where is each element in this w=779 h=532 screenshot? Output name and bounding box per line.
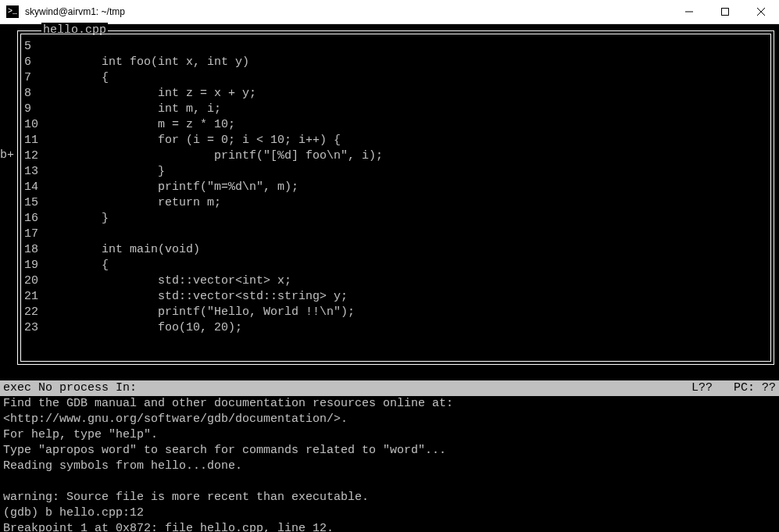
minimize-button[interactable]: [671, 0, 707, 23]
terminal-app-icon: >_: [6, 5, 19, 18]
console-line: (gdb) b hello.cpp:12: [3, 505, 776, 521]
console-line: Type "apropos word" to search for comman…: [3, 443, 776, 459]
console-line: [3, 474, 776, 490]
line-number: 19: [24, 258, 52, 273]
code-text: int m, i;: [52, 102, 221, 117]
line-number: 8: [24, 86, 52, 102]
line-number: 12: [24, 148, 52, 164]
code-line: 18 int main(void): [24, 242, 770, 258]
maximize-button[interactable]: [707, 0, 743, 23]
code-line: 13 }: [24, 164, 770, 180]
line-number: 6: [24, 55, 52, 70]
code-text: int main(void): [52, 242, 200, 258]
code-text: printf("[%d] foo\n", i);: [52, 148, 383, 164]
code-line: 5: [24, 39, 770, 55]
code-line: 10 m = z * 10;: [24, 117, 770, 133]
status-right: L?? PC: ??: [691, 380, 776, 396]
line-number: 9: [24, 102, 52, 117]
line-number: 21: [24, 289, 52, 305]
code-text: }: [52, 211, 109, 227]
source-code-view[interactable]: 56 int foo(int x, int y)7 {8 int z = x +…: [20, 34, 771, 362]
window-controls: [671, 0, 779, 23]
source-window-frame: hello.cpp 56 int foo(int x, int y)7 {8 i…: [17, 30, 774, 365]
window-titlebar: >_ skywind@airvm1: ~/tmp: [0, 0, 779, 24]
line-number: 7: [24, 70, 52, 86]
terminal-area[interactable]: b+ hello.cpp 56 int foo(int x, int y)7 {…: [0, 24, 779, 532]
console-line: Breakpoint 1 at 0x872: file hello.cpp, l…: [3, 521, 776, 532]
gdb-console[interactable]: Find the GDB manual and other documentat…: [0, 396, 779, 532]
code-line: 6 int foo(int x, int y): [24, 55, 770, 70]
code-text: for (i = 0; i < 10; i++) {: [52, 133, 341, 148]
status-left: exec No process In:: [3, 380, 691, 396]
code-line: 9 int m, i;: [24, 102, 770, 117]
code-line: 22 printf("Hello, World !!\n");: [24, 305, 770, 320]
code-line: 20 std::vector<int> x;: [24, 273, 770, 289]
code-text: foo(10, 20);: [52, 320, 242, 336]
line-number: 18: [24, 242, 52, 258]
line-number: 20: [24, 273, 52, 289]
breakpoint-marker: b+: [0, 148, 14, 163]
code-text: int z = x + y;: [52, 86, 256, 102]
line-number: 13: [24, 164, 52, 180]
code-text: printf("Hello, World !!\n");: [52, 305, 355, 320]
code-text: {: [52, 258, 109, 273]
line-number: 16: [24, 211, 52, 227]
code-text: return m;: [52, 195, 221, 211]
svg-rect-1: [722, 9, 729, 16]
code-text: printf("m=%d\n", m);: [52, 180, 298, 195]
code-line: 21 std::vector<std::string> y;: [24, 289, 770, 305]
close-button[interactable]: [743, 0, 779, 23]
code-line: 7 {: [24, 70, 770, 86]
line-number: 11: [24, 133, 52, 148]
line-number: 23: [24, 320, 52, 336]
code-text: std::vector<int> x;: [52, 273, 291, 289]
code-line: 16 }: [24, 211, 770, 227]
code-text: m = z * 10;: [52, 117, 235, 133]
code-text: {: [52, 70, 109, 86]
console-line: For help, type "help".: [3, 427, 776, 443]
line-number: 10: [24, 117, 52, 133]
line-number: 17: [24, 227, 52, 242]
line-number: 5: [24, 39, 52, 55]
code-line: 8 int z = x + y;: [24, 86, 770, 102]
window-title: skywind@airvm1: ~/tmp: [25, 6, 671, 17]
line-number: 15: [24, 195, 52, 211]
status-bar: exec No process In: L?? PC: ??: [0, 380, 779, 396]
code-line: 17: [24, 227, 770, 242]
console-line: Reading symbols from hello...done.: [3, 459, 776, 474]
console-line: warning: Source file is more recent than…: [3, 490, 776, 505]
code-line: 11 for (i = 0; i < 10; i++) {: [24, 133, 770, 148]
code-line: 12 printf("[%d] foo\n", i);: [24, 148, 770, 164]
code-text: std::vector<std::string> y;: [52, 289, 348, 305]
code-line: 23 foo(10, 20);: [24, 320, 770, 336]
code-text: }: [52, 164, 165, 180]
console-line: <http://www.gnu.org/software/gdb/documen…: [3, 412, 776, 427]
code-line: 19 {: [24, 258, 770, 273]
code-line: 14 printf("m=%d\n", m);: [24, 180, 770, 195]
console-line: Find the GDB manual and other documentat…: [3, 396, 776, 412]
code-text: int foo(int x, int y): [52, 55, 249, 70]
line-number: 14: [24, 180, 52, 195]
line-number: 22: [24, 305, 52, 320]
code-line: 15 return m;: [24, 195, 770, 211]
